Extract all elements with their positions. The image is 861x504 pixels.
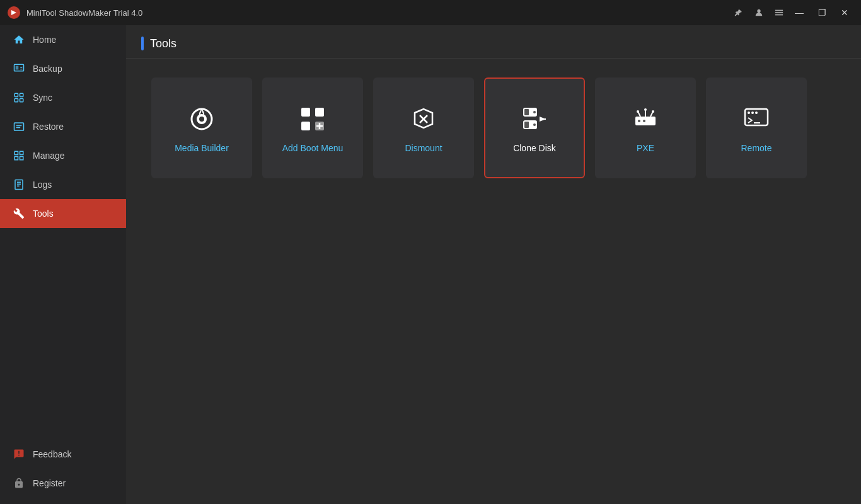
dismount-icon: [407, 103, 440, 135]
sidebar-item-logs[interactable]: Logs: [0, 170, 126, 199]
home-icon: [13, 33, 25, 46]
pin-icon[interactable]: [729, 4, 749, 21]
sidebar-item-manage[interactable]: Manage: [0, 141, 126, 170]
tool-label-remote: Remote: [741, 143, 771, 153]
svg-point-40: [637, 110, 639, 113]
sidebar-item-sync[interactable]: Sync: [0, 83, 126, 112]
sidebar-item-backup[interactable]: Backup: [0, 54, 126, 83]
sidebar-label-logs: Logs: [33, 180, 52, 190]
titlebar: MiniTool ShadowMaker Trial 4.0 — ❐ ✕: [0, 0, 861, 25]
svg-rect-3: [775, 12, 783, 13]
svg-rect-32: [524, 122, 529, 128]
tool-card-clone-disk[interactable]: Clone Disk: [484, 77, 585, 178]
svg-point-45: [748, 112, 750, 114]
svg-point-33: [533, 123, 536, 126]
svg-rect-15: [20, 157, 23, 160]
sidebar-label-manage: Manage: [33, 151, 65, 161]
minimize-button[interactable]: —: [789, 4, 809, 21]
svg-rect-8: [20, 93, 23, 96]
svg-rect-6: [16, 66, 19, 70]
svg-point-47: [755, 112, 758, 114]
backup-icon: [13, 62, 25, 75]
app-logo: [6, 5, 21, 20]
svg-rect-14: [14, 157, 18, 160]
user-icon[interactable]: [749, 4, 769, 21]
clone-disk-icon: [518, 103, 551, 135]
sidebar-item-home[interactable]: Home: [0, 25, 126, 54]
sidebar-label-restore: Restore: [33, 122, 64, 132]
svg-point-41: [652, 110, 654, 113]
tools-icon: [13, 207, 25, 220]
svg-point-1: [757, 9, 760, 13]
svg-rect-12: [14, 151, 18, 154]
sidebar-bottom: Feedback Register: [0, 440, 126, 504]
svg-rect-7: [14, 93, 18, 96]
add-boot-menu-icon: [296, 103, 329, 135]
tool-label-media-builder: Media Builder: [175, 143, 229, 153]
svg-point-30: [533, 111, 536, 113]
tool-label-dismount: Dismount: [405, 143, 442, 153]
svg-rect-21: [315, 108, 324, 117]
svg-point-37: [643, 120, 645, 122]
sidebar: Home Backup Sync: [0, 25, 126, 504]
sidebar-item-register[interactable]: Register: [0, 469, 126, 498]
content-area: Tools Media Builder: [126, 25, 861, 504]
svg-rect-20: [301, 108, 310, 117]
tool-label-add-boot-menu: Add Boot Menu: [282, 143, 344, 153]
media-builder-icon: [185, 103, 218, 135]
svg-rect-9: [20, 99, 23, 102]
tool-label-clone-disk: Clone Disk: [513, 143, 556, 153]
svg-rect-11: [14, 123, 24, 130]
tool-label-pxe: PXE: [637, 143, 654, 153]
pxe-icon: [629, 103, 662, 135]
tool-card-dismount[interactable]: Dismount: [373, 77, 474, 178]
svg-rect-22: [301, 122, 310, 130]
svg-point-36: [638, 120, 640, 122]
restore-button[interactable]: ❐: [812, 4, 832, 21]
restore-icon: [13, 120, 25, 133]
sidebar-item-feedback[interactable]: Feedback: [0, 440, 126, 469]
sidebar-label-feedback: Feedback: [33, 449, 71, 459]
svg-point-19: [199, 117, 204, 122]
sync-icon: [13, 91, 25, 104]
tool-card-pxe[interactable]: PXE: [595, 77, 696, 178]
main-layout: Home Backup Sync: [0, 25, 861, 504]
page-title: Tools: [150, 37, 176, 50]
app-title: MiniTool ShadowMaker Trial 4.0: [26, 8, 729, 18]
sidebar-item-restore[interactable]: Restore: [0, 112, 126, 141]
sidebar-item-tools[interactable]: Tools: [0, 199, 126, 228]
svg-rect-10: [14, 99, 18, 102]
sidebar-label-backup: Backup: [33, 64, 62, 74]
title-accent-bar: [141, 37, 144, 50]
tool-card-remote[interactable]: Remote: [706, 77, 807, 178]
svg-rect-4: [775, 14, 783, 16]
manage-icon: [13, 149, 25, 162]
content-header: Tools: [126, 25, 861, 59]
tools-grid: Media Builder Add Boot Men: [126, 59, 861, 197]
tool-card-media-builder[interactable]: Media Builder: [151, 77, 252, 178]
register-icon: [13, 477, 25, 490]
window-controls: — ❐ ✕: [789, 4, 855, 21]
logs-icon: [13, 178, 25, 191]
sidebar-label-sync: Sync: [33, 93, 52, 103]
sidebar-label-home: Home: [33, 35, 56, 45]
sidebar-label-register: Register: [33, 478, 66, 488]
feedback-icon: [13, 448, 25, 461]
tool-card-add-boot-menu[interactable]: Add Boot Menu: [262, 77, 363, 178]
svg-rect-29: [524, 109, 529, 115]
svg-rect-13: [20, 151, 23, 154]
menu-icon[interactable]: [769, 4, 789, 21]
svg-rect-2: [775, 10, 783, 11]
remote-icon: [740, 103, 773, 135]
close-button[interactable]: ✕: [835, 4, 855, 21]
svg-point-46: [751, 112, 754, 114]
sidebar-label-tools: Tools: [33, 209, 54, 219]
